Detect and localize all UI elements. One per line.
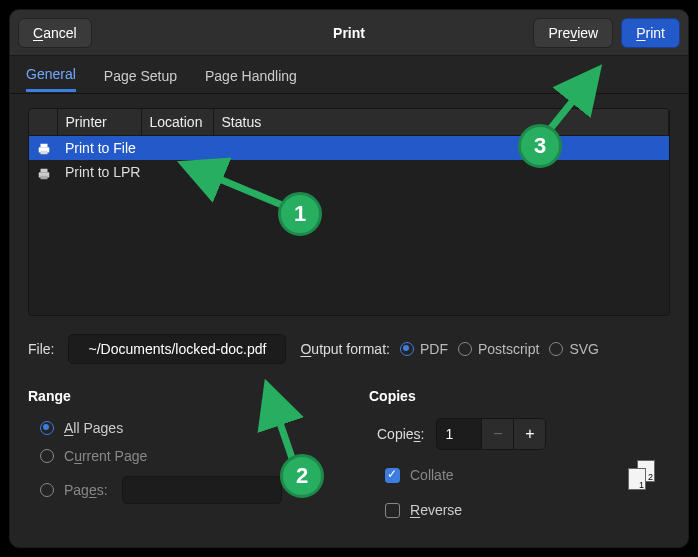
col-icon[interactable] — [29, 109, 57, 136]
range-all-pages[interactable]: All Pages — [28, 414, 329, 442]
format-svg[interactable]: SVG — [549, 341, 599, 357]
tab-general[interactable]: General — [26, 57, 76, 92]
printer-row-print-to-lpr[interactable]: Print to LPR — [29, 160, 669, 184]
printer-icon — [37, 167, 51, 181]
collate-diagram-icon: 2 1 — [628, 460, 658, 490]
range-current-page[interactable]: Current Page — [28, 442, 329, 470]
range-pages[interactable]: Pages: — [28, 470, 329, 510]
radio-icon — [400, 342, 414, 356]
format-pdf[interactable]: PDF — [400, 341, 448, 357]
radio-icon — [40, 483, 54, 497]
print-button[interactable]: Print — [621, 18, 680, 48]
format-postscript[interactable]: Postscript — [458, 341, 539, 357]
printer-name: Print to LPR — [57, 160, 669, 184]
printer-icon — [37, 142, 51, 156]
svg-rect-1 — [41, 144, 48, 148]
collate-checkbox[interactable] — [385, 468, 400, 483]
radio-icon — [458, 342, 472, 356]
radio-icon — [40, 449, 54, 463]
col-printer[interactable]: Printer — [57, 109, 141, 136]
printer-list[interactable]: Printer Location Status Print to File Pr… — [28, 108, 670, 316]
titlebar: Cancel Print Preview Print — [10, 10, 688, 56]
copies-decrement[interactable]: − — [481, 419, 513, 449]
svg-rect-2 — [41, 151, 48, 155]
preview-button[interactable]: Preview — [533, 18, 613, 48]
range-title: Range — [28, 388, 329, 404]
copies-spinner: − + — [436, 418, 546, 450]
output-format-label: Output format: — [300, 341, 389, 357]
range-section: Range All Pages Current Page Pages: — [28, 388, 329, 524]
printer-row-print-to-file[interactable]: Print to File — [29, 136, 669, 161]
tab-page-setup[interactable]: Page Setup — [104, 59, 177, 91]
radio-icon — [549, 342, 563, 356]
cancel-button[interactable]: Cancel — [18, 18, 92, 48]
radio-icon — [40, 421, 54, 435]
copies-input[interactable] — [437, 420, 481, 448]
col-status[interactable]: Status — [213, 109, 669, 136]
reverse-label: Reverse — [410, 502, 462, 518]
print-dialog: Cancel Print Preview Print General Page … — [9, 9, 689, 548]
copies-title: Copies — [369, 388, 670, 404]
reverse-checkbox[interactable] — [385, 503, 400, 518]
file-path-input[interactable] — [68, 334, 286, 364]
tab-page-handling[interactable]: Page Handling — [205, 59, 297, 91]
file-label: File: — [28, 341, 54, 357]
svg-rect-5 — [41, 175, 48, 179]
copies-increment[interactable]: + — [513, 419, 545, 449]
col-location[interactable]: Location — [141, 109, 213, 136]
copies-section: Copies Copies: − + Collate 2 1 — [369, 388, 670, 524]
copies-label: Copies: — [377, 426, 424, 442]
tab-content-general: Printer Location Status Print to File Pr… — [10, 94, 688, 542]
pages-input[interactable] — [122, 476, 282, 504]
tab-bar: General Page Setup Page Handling — [10, 56, 688, 94]
svg-rect-4 — [41, 168, 48, 172]
collate-label: Collate — [410, 467, 454, 483]
printer-name: Print to File — [57, 136, 669, 161]
